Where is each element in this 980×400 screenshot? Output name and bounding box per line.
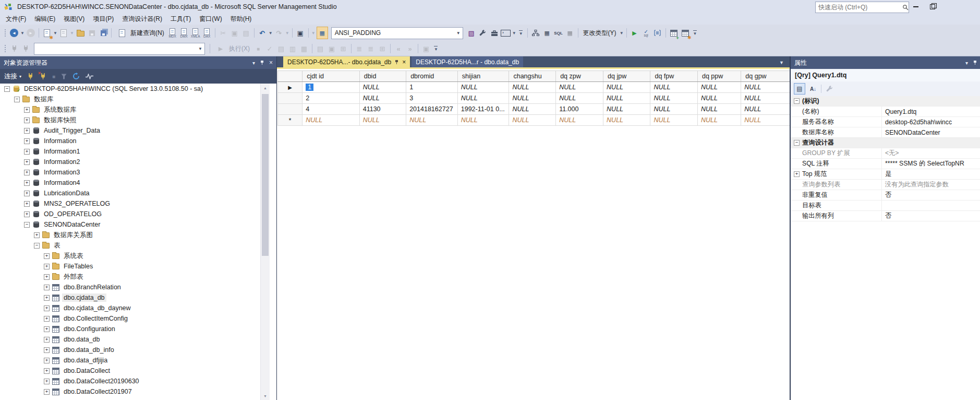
new-query-button[interactable]: 新建查询(N) [114, 26, 167, 40]
new-row-marker[interactable]: * [278, 115, 303, 126]
tree-item-dbo-configuration[interactable]: +dbo.Configuration [0, 324, 276, 334]
property-value[interactable]: 是 [881, 169, 980, 179]
grid-cell[interactable]: NULL [556, 82, 603, 93]
new-mdx-query-icon[interactable]: MDX [167, 27, 178, 39]
grid-cell[interactable]: NULL [697, 82, 741, 93]
verify-sql-icon[interactable]: ✓sql [641, 27, 651, 39]
expand-icon[interactable]: + [44, 389, 50, 395]
grid-cell[interactable]: NULL [509, 82, 556, 93]
grid-cell[interactable]: NULL [359, 82, 406, 93]
menu-f[interactable]: 文件(F) [2, 14, 30, 25]
close-icon[interactable]: × [269, 59, 273, 66]
grid-cell[interactable]: NULL [697, 104, 741, 115]
current-row-marker[interactable]: ▶ [278, 82, 303, 93]
tree-item-[interactable]: −数据库 [0, 94, 276, 104]
new-xmla-query-icon[interactable]: XMLA [190, 27, 201, 39]
refresh-icon[interactable] [72, 73, 80, 80]
change-type-dropdown-icon[interactable]: ▼ [619, 27, 624, 39]
tree-item-dbo-branchrelation[interactable]: +dbo.BranchRelation [0, 282, 276, 292]
redo-dropdown-icon[interactable]: ▼ [285, 27, 290, 39]
expand-icon[interactable]: + [24, 191, 30, 196]
property-[interactable]: 非重复值否 [791, 190, 980, 201]
grid-cell[interactable]: NULL [359, 93, 406, 104]
save-all-icon[interactable] [98, 27, 108, 39]
property-value[interactable]: SENONDataCenter [881, 127, 980, 137]
grid-cell[interactable]: 4 [303, 104, 359, 115]
property-sql[interactable]: SQL 注释***** SSMS 的 SelectTopNR [791, 159, 980, 169]
sql-pane-icon[interactable]: SQL [553, 27, 564, 39]
tree-item-information2[interactable]: +Information2 [0, 157, 276, 167]
search-icon[interactable] [902, 4, 909, 10]
property-value[interactable]: 没有为此查询指定参数 [881, 180, 980, 190]
wrench-icon[interactable] [478, 27, 488, 39]
menu-v[interactable]: 视图(V) [59, 14, 89, 25]
property-category-[interactable]: −(标识) [791, 96, 980, 107]
tree-item-information[interactable]: +Information [0, 136, 276, 146]
new-dmx-query-icon[interactable]: DMX [179, 27, 189, 39]
collapse-icon[interactable]: − [794, 98, 800, 104]
expand-icon[interactable]: + [24, 107, 30, 113]
tree-item-dbo-cjdata-db-daynew[interactable]: +dbo.cjdata_db_daynew [0, 303, 276, 313]
property-value[interactable]: 否 [881, 190, 980, 200]
grid-cell[interactable]: 41130 [359, 104, 406, 115]
grid-cell[interactable]: 11.000 [556, 104, 603, 115]
column-header-dbromid[interactable]: dbromid [406, 71, 458, 82]
toolbox-icon[interactable] [489, 27, 500, 39]
add-item-dropdown-icon[interactable]: ▼ [69, 27, 75, 39]
tree-item-[interactable]: +外部表 [0, 272, 276, 282]
tree-item-dbo-datacollect201907[interactable]: +dbo.DataCollect201907 [0, 386, 276, 397]
property-value[interactable]: desktop-62d5hah\wincc [881, 117, 980, 127]
grid-cell[interactable]: NULL [509, 93, 556, 104]
expand-icon[interactable]: + [24, 170, 30, 175]
column-header-shijian[interactable]: shijian [457, 71, 509, 82]
expand-icon[interactable]: + [44, 274, 50, 280]
expand-icon[interactable]: + [24, 211, 30, 217]
property-value[interactable]: <无> [881, 148, 980, 158]
property-[interactable]: 数据库名称SENONDataCenter [791, 127, 980, 138]
grid-cell[interactable]: NULL [741, 93, 790, 104]
grid-cell[interactable]: NULL [406, 115, 458, 126]
grid-cell[interactable]: NULL [359, 115, 406, 126]
tree-item-[interactable]: +数据库关系图 [0, 230, 276, 240]
expand-icon[interactable]: + [44, 253, 50, 259]
toolbar-overflow-icon[interactable]: ▼ [434, 46, 438, 52]
connect-button[interactable]: 连接▾ [4, 72, 21, 81]
grid-cell[interactable]: NULL [650, 104, 698, 115]
expand-icon[interactable]: + [44, 347, 50, 353]
expand-icon[interactable]: + [44, 316, 50, 322]
expand-icon[interactable]: + [44, 295, 50, 301]
grid-cell[interactable]: NULL [741, 115, 790, 126]
document-tab-1[interactable]: DESKTOP-62D5HA...- dbo.cjdata_db× [283, 56, 410, 67]
expand-icon[interactable]: + [24, 128, 30, 134]
grid-cell[interactable]: NULL [603, 82, 650, 93]
new-dax-query-icon[interactable]: DAX [202, 27, 212, 39]
property-[interactable]: 查询参数列表没有为此查询指定参数 [791, 180, 980, 190]
pin-icon[interactable] [394, 60, 399, 65]
property-value[interactable] [881, 201, 980, 210]
tree-item-filetables[interactable]: +FileTables [0, 261, 276, 272]
tree-item-[interactable]: +系统表 [0, 251, 276, 261]
menu-r[interactable]: 查询设计器(R) [118, 14, 166, 25]
grid-pane-icon[interactable]: ▦ [542, 27, 552, 39]
expand-icon[interactable]: + [24, 149, 30, 155]
ansi-padding-combo[interactable]: ANSI_PADDING▼ [331, 27, 463, 39]
grid-cell[interactable]: NULL [603, 104, 650, 115]
tree-item-dbo-data-dfjijia[interactable]: +dbo.data_dfjijia [0, 355, 276, 366]
tree-item-information3[interactable]: +Information3 [0, 167, 276, 178]
grid-cell[interactable]: NULL [556, 115, 603, 126]
column-header-dq-gpw[interactable]: dq gpw [741, 71, 790, 82]
collapse-icon[interactable]: − [14, 97, 20, 102]
document-list-dropdown-icon[interactable]: ▼ [779, 60, 784, 65]
pin-icon[interactable] [973, 60, 977, 65]
grid-cell[interactable]: NULL [741, 82, 790, 93]
console-dropdown-icon[interactable]: ▼ [512, 27, 517, 39]
expand-icon[interactable]: + [44, 337, 50, 343]
tree-item-information4[interactable]: +Information4 [0, 178, 276, 188]
grid-cell[interactable]: 2 [303, 93, 359, 104]
property-[interactable]: 服务器名称desktop-62d5hah\wincc [791, 117, 980, 127]
grid-cell[interactable]: NULL [457, 115, 509, 126]
row-selector[interactable] [278, 93, 303, 104]
scroll-up-icon[interactable]: ▲ [261, 84, 270, 92]
add-table-icon[interactable]: ＋ [669, 27, 679, 39]
expand-icon[interactable]: + [44, 285, 50, 290]
